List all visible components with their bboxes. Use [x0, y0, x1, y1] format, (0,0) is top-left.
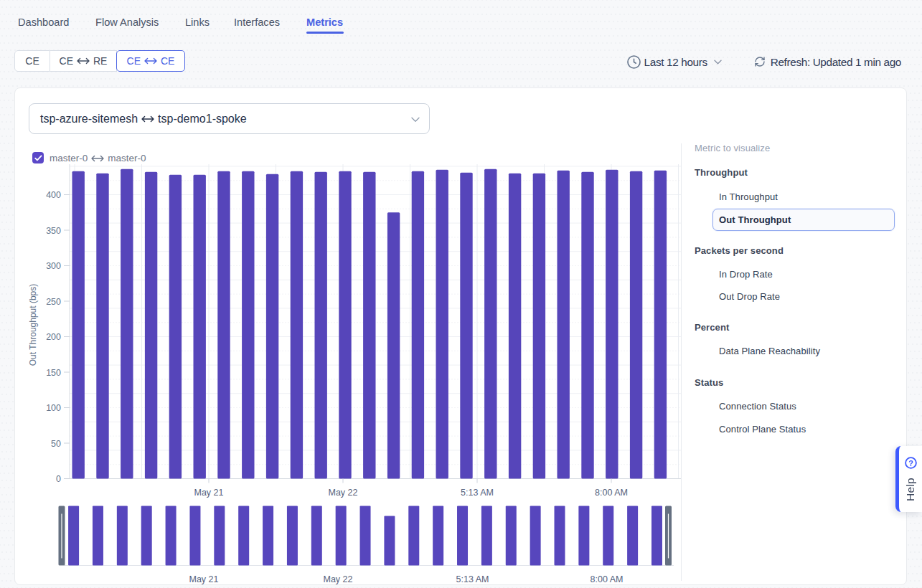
svg-text:8:00 AM: 8:00 AM: [591, 574, 624, 584]
svg-text:May 22: May 22: [324, 574, 353, 584]
svg-text:5:13 AM: 5:13 AM: [461, 488, 494, 498]
svg-text:300: 300: [46, 261, 61, 271]
svg-text:400: 400: [46, 190, 61, 200]
svg-text:350: 350: [46, 226, 61, 236]
svg-text:250: 250: [46, 297, 61, 307]
svg-text:8:00 AM: 8:00 AM: [595, 488, 628, 498]
svg-text:150: 150: [46, 368, 61, 378]
svg-text:May 21: May 21: [194, 488, 224, 498]
svg-text:100: 100: [46, 403, 61, 413]
svg-text:?: ?: [908, 459, 913, 468]
svg-text:May 22: May 22: [329, 488, 358, 498]
svg-text:50: 50: [51, 439, 61, 449]
svg-text:200: 200: [46, 332, 61, 342]
svg-text:Out Throughput (bps): Out Throughput (bps): [28, 284, 38, 366]
svg-text:5:13 AM: 5:13 AM: [456, 574, 489, 584]
svg-text:May 21: May 21: [189, 574, 219, 584]
svg-text:0: 0: [56, 474, 61, 484]
